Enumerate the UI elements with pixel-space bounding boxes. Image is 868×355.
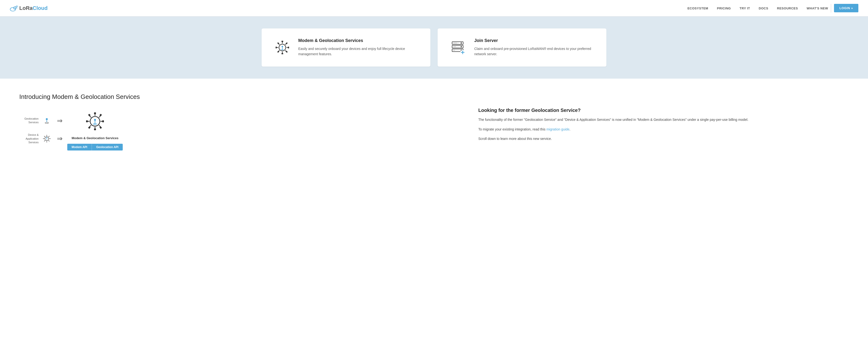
svg-point-39 bbox=[45, 122, 49, 123]
paragraph2-prefix: To migrate your existing integration, re… bbox=[478, 127, 546, 131]
svg-rect-11 bbox=[282, 41, 283, 42]
former-geo-heading: Looking for the former Geolocation Servi… bbox=[478, 108, 849, 113]
nav-try-it[interactable]: TRY IT bbox=[740, 6, 750, 10]
svg-rect-64 bbox=[88, 114, 91, 116]
join-server-title: Join Server bbox=[474, 38, 594, 43]
svg-rect-65 bbox=[99, 114, 102, 116]
geolocation-api-button[interactable]: Geolocation API bbox=[92, 144, 123, 150]
svg-point-68 bbox=[94, 119, 96, 121]
source-geo-label: Geolocation Services bbox=[19, 117, 38, 124]
diagram-source-geo: Geolocation Services bbox=[19, 115, 52, 126]
modem-geolocation-card[interactable]: Modem & Geolocation Services Easily and … bbox=[261, 28, 430, 66]
svg-point-70 bbox=[94, 123, 96, 124]
svg-line-48 bbox=[44, 141, 45, 141]
nav-docs[interactable]: DOCS bbox=[759, 6, 768, 10]
intro-left: Introducing Modem & Geolocation Services… bbox=[19, 93, 464, 150]
diagram-center: Modem & Geolocation Services Modem API G… bbox=[67, 109, 123, 150]
modem-card-content: Modem & Geolocation Services Easily and … bbox=[298, 38, 418, 57]
svg-point-23 bbox=[461, 42, 462, 43]
nav-whats-new[interactable]: WHAT'S NEW bbox=[807, 6, 828, 10]
svg-rect-14 bbox=[288, 47, 289, 48]
logo-icon bbox=[10, 5, 18, 11]
svg-rect-12 bbox=[282, 53, 283, 54]
hero-section: Modem & Geolocation Services Easily and … bbox=[0, 17, 868, 79]
svg-point-19 bbox=[282, 46, 283, 47]
svg-line-46 bbox=[49, 141, 50, 141]
svg-rect-62 bbox=[86, 120, 88, 122]
nav-links: ECOSYSTEM PRICING TRY IT DOCS RESOURCES … bbox=[687, 6, 828, 10]
center-label: Modem & Geolocation Services bbox=[72, 136, 118, 140]
svg-rect-66 bbox=[88, 126, 91, 129]
arrow-1: ⇒ bbox=[57, 116, 62, 126]
diagram: Geolocation Services Device & Applicatio… bbox=[19, 109, 464, 150]
diagram-source-device: Device & Application Services bbox=[19, 133, 52, 144]
join-server-content: Join Server Claim and onboard pre-provis… bbox=[474, 38, 594, 57]
arrow-2: ⇒ bbox=[57, 134, 62, 144]
svg-line-47 bbox=[49, 136, 50, 137]
svg-point-21 bbox=[281, 49, 283, 50]
logo-cloud: Cloud bbox=[33, 5, 48, 11]
modem-card-description: Easily and securely onboard your devices… bbox=[298, 46, 418, 57]
logo[interactable]: LoRa Cloud bbox=[10, 5, 48, 11]
logo-lora: LoRa bbox=[19, 5, 33, 11]
source-device-label: Device & Application Services bbox=[19, 133, 38, 144]
join-server-description: Claim and onboard pre-provisioned LoRaWA… bbox=[474, 46, 594, 57]
diagram-sources: Geolocation Services Device & Applicatio… bbox=[19, 115, 52, 144]
paragraph2-suffix: . bbox=[569, 127, 570, 131]
svg-rect-61 bbox=[94, 128, 96, 130]
login-button[interactable]: LOGIN » bbox=[834, 4, 858, 12]
former-geo-paragraph2: To migrate your existing integration, re… bbox=[478, 127, 849, 132]
modem-card-title: Modem & Geolocation Services bbox=[298, 38, 418, 43]
nav-pricing[interactable]: PRICING bbox=[717, 6, 731, 10]
navbar: LoRa Cloud ECOSYSTEM PRICING TRY IT DOCS… bbox=[0, 0, 868, 17]
diagram-arrows: ⇒ ⇒ bbox=[57, 116, 62, 144]
nav-divider bbox=[831, 4, 831, 12]
intro-heading: Introducing Modem & Geolocation Services bbox=[19, 93, 464, 100]
svg-point-27 bbox=[461, 46, 462, 47]
svg-point-49 bbox=[46, 137, 47, 138]
former-geo-paragraph3: Scroll down to learn more about this new… bbox=[478, 136, 849, 142]
join-server-card[interactable]: Join Server Claim and onboard pre-provis… bbox=[438, 28, 607, 66]
join-server-icon bbox=[450, 39, 467, 56]
svg-line-45 bbox=[44, 136, 45, 137]
former-geo-paragraph1: The functionality of the former "Geoloca… bbox=[478, 117, 849, 123]
migration-guide-link[interactable]: migration guide bbox=[546, 127, 569, 131]
svg-rect-67 bbox=[99, 126, 102, 129]
intro-section: Introducing Modem & Geolocation Services… bbox=[0, 79, 868, 165]
nav-resources[interactable]: RESOURCES bbox=[777, 6, 798, 10]
center-buttons: Modem API Geolocation API bbox=[67, 144, 123, 150]
modem-api-button[interactable]: Modem API bbox=[67, 144, 92, 150]
intro-right: Looking for the former Geolocation Servi… bbox=[478, 93, 849, 146]
svg-rect-60 bbox=[94, 112, 96, 114]
svg-rect-13 bbox=[276, 47, 277, 48]
modem-geolocation-icon bbox=[274, 39, 291, 56]
svg-rect-63 bbox=[102, 120, 104, 122]
svg-point-37 bbox=[46, 118, 48, 120]
nav-ecosystem[interactable]: ECOSYSTEM bbox=[687, 6, 708, 10]
